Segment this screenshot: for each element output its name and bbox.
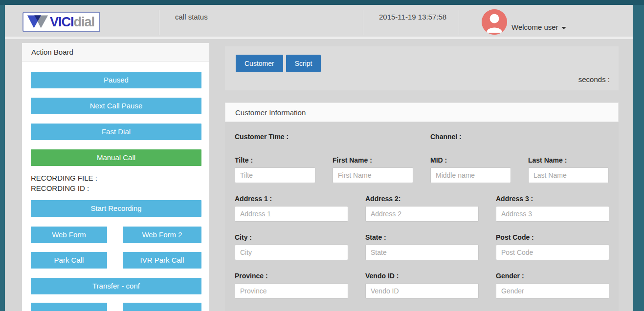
last-name-input[interactable] [528,167,609,183]
top-header: VICIdial call status 2015-11-19 13:57:58… [5,5,633,39]
action-board-panel: Action Board Paused Next Call Pause Fast… [22,43,209,311]
form-field: Post Code : [496,233,609,260]
logo-text-dial: dial [74,15,95,30]
post-code-input[interactable] [496,245,609,260]
vendo-id-label: Vendo ID : [365,272,479,280]
state-input[interactable] [365,245,479,260]
first-name-label: First Name : [333,156,413,164]
tab-customer[interactable]: Customer [236,55,283,72]
vicidial-logo: VICIdial [22,12,100,32]
sidebar-cutoff-button-left[interactable] [31,303,107,311]
address1-input[interactable] [235,206,348,222]
city-input[interactable] [235,245,348,260]
address3-input[interactable] [496,206,609,222]
form-field: Address 3 : [496,195,609,222]
address1-label: Address 1 : [235,195,348,203]
web-form-button[interactable]: Web Form [31,227,107,243]
manual-call-button[interactable]: Manual Call [31,149,201,166]
action-board-title: Action Board [22,43,209,62]
window-top-border [0,0,644,5]
form-field: First Name : [333,156,413,183]
mid-label: MID : [430,156,511,164]
action-board-body: Paused Next Call Pause Fast Dial Manual … [22,62,209,311]
last-name-label: Last Name : [528,156,609,164]
state-label: State : [365,233,479,241]
paused-button[interactable]: Paused [31,72,201,88]
province-input[interactable] [235,283,348,299]
datetime-display: 2015-11-19 13:57:58 [379,13,446,21]
post-code-label: Post Code : [496,233,609,241]
customer-information-form: Customer Time : Channel : Tilte : First … [225,122,619,311]
logo-text-vici: VICI [50,15,74,30]
page-content: VICIdial call status 2015-11-19 13:57:58… [5,5,633,311]
vendo-id-input[interactable] [365,283,479,299]
sidebar-cutoff-button-right[interactable] [123,303,201,311]
form-field: Vendo ID : [365,272,479,299]
header-divider [363,10,363,35]
recording-file-label: RECORDING FILE : [31,173,201,183]
web-form-2-button[interactable]: Web Form 2 [123,227,201,243]
seconds-label: seconds : [578,75,610,83]
tilte-input[interactable] [235,167,315,183]
city-label: City : [235,233,348,241]
user-avatar-icon [482,9,507,35]
form-field: City : [235,233,348,260]
form-field: Address 1 : [235,195,348,222]
form-field: Tilte : [235,156,315,183]
form-field: Address 2: [365,195,479,222]
vicidial-agent-screen: VICIdial call status 2015-11-19 13:57:58… [0,0,644,311]
call-status-label: call status [175,13,208,21]
mid-input[interactable] [430,167,511,183]
address2-input[interactable] [365,206,479,222]
tab-script[interactable]: Script [286,55,321,72]
form-field: Province : [235,272,348,299]
fast-dial-button[interactable]: Fast Dial [31,124,201,140]
customer-information-title: Customer Information [225,103,619,122]
caret-down-icon [561,27,566,29]
form-field: State : [365,233,479,260]
first-name-input[interactable] [333,167,413,183]
tilte-label: Tilte : [235,156,315,164]
park-call-button[interactable]: Park Call [31,252,107,269]
customer-time-label: Customer Time : [235,133,315,141]
address2-label: Address 2: [365,195,479,203]
ivr-park-call-button[interactable]: IVR Park Call [123,252,201,269]
recording-id-label: RECORDING ID : [31,183,201,193]
form-field: Last Name : [528,156,609,183]
welcome-user-menu[interactable]: Welcome user [511,23,566,31]
next-call-pause-button[interactable]: Next Call Pause [31,98,201,114]
transfer-conf-button[interactable]: Transfer - conf [31,278,201,294]
recording-info: RECORDING FILE : RECORDING ID : [31,173,201,193]
start-recording-button[interactable]: Start Recording [31,200,201,217]
address3-label: Address 3 : [496,195,609,203]
province-label: Province : [235,272,348,280]
call-control-panel: Customer Script seconds : [225,46,619,90]
form-field: MID : [430,156,511,183]
form-field: Gender : [496,272,609,299]
channel-label: Channel : [430,133,511,141]
main-tabs: Customer Script [236,55,321,72]
header-divider [459,10,459,35]
vicidial-logo-icon [26,15,49,29]
customer-information-panel: Customer Information Customer Time : Cha… [225,103,619,311]
header-divider [159,10,159,35]
welcome-user-label: Welcome user [511,23,558,31]
gender-label: Gender : [496,272,609,280]
gender-input[interactable] [496,283,609,299]
